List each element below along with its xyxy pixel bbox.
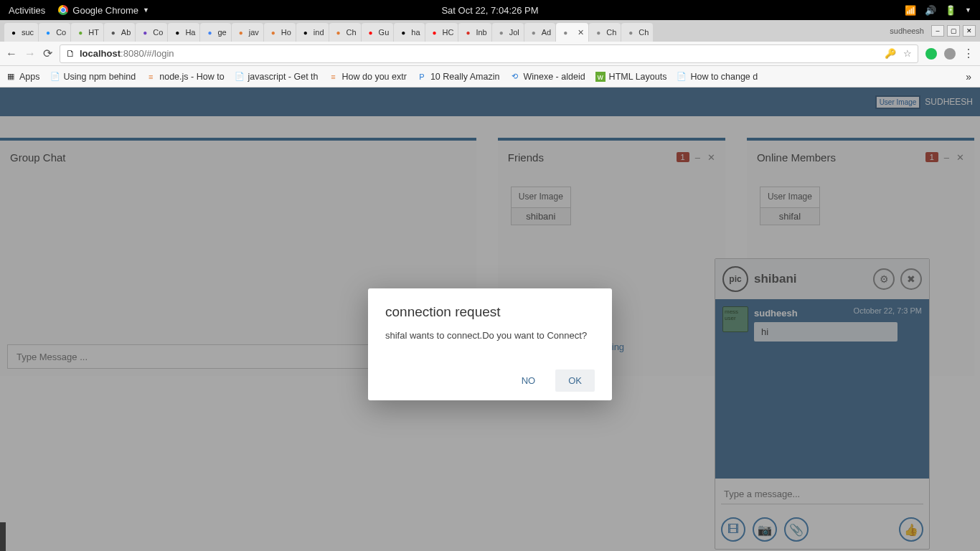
chrome-tab-strip: ●suc●Co●HT●Ab●Co●Ha●ge●jav●Ho●ind●Ch●Gu●…	[0, 20, 980, 42]
dialog-title: connection request	[385, 304, 595, 320]
site-icon: ⟲	[509, 72, 519, 82]
chrome-menu-button[interactable]: ⋮	[963, 47, 974, 60]
browser-tab[interactable]: ●HC	[425, 23, 458, 42]
tab-label: Ab	[121, 28, 131, 37]
browser-tab[interactable]: ●Jol	[492, 23, 524, 42]
active-app[interactable]: Google Chrome ▼	[58, 5, 149, 16]
browser-tab[interactable]: ●Co	[136, 23, 167, 42]
browser-tab[interactable]: ●HT	[71, 23, 103, 42]
dialog-body: shifal wants to connect.Do you want to C…	[385, 330, 595, 341]
active-app-label: Google Chrome	[72, 5, 138, 16]
browser-tab[interactable]: ●Ch	[621, 23, 653, 42]
clock[interactable]: Sat Oct 22, 7:04:26 PM	[441, 5, 538, 16]
bookmark-item[interactable]: P10 Really Amazin	[417, 72, 500, 82]
tab-label: Inb	[476, 28, 486, 37]
connection-request-dialog: connection request shifal wants to conne…	[368, 288, 612, 400]
url-path: /#/login	[144, 48, 174, 59]
tab-label: Ad	[542, 28, 551, 37]
browser-tab[interactable]: ●jav	[232, 23, 263, 42]
address-bar[interactable]: 🗋 localhost:8080/#/login 🔑 ☆	[60, 44, 918, 63]
key-icon[interactable]: 🔑	[885, 48, 896, 59]
bookmark-star-icon[interactable]: ☆	[903, 48, 912, 59]
stackoverflow-icon: ≡	[146, 72, 156, 82]
app-viewport: User Image SUDHEESH Group Chat Friends 1…	[0, 88, 980, 551]
browser-tab[interactable]: ●Ho	[264, 23, 296, 42]
back-button[interactable]: ←	[6, 47, 17, 60]
chrome-toolbar: ← → ⟳ 🗋 localhost:8080/#/login 🔑 ☆ ⋮	[0, 42, 980, 66]
site-icon: P	[417, 72, 427, 82]
extension-icon-2[interactable]	[944, 48, 956, 60]
tab-label: Ch	[639, 28, 649, 37]
bookmark-label: Using npm behind	[64, 72, 136, 82]
browser-tab[interactable]: ●Ch	[589, 23, 621, 42]
activities-button[interactable]: Activities	[9, 5, 45, 16]
tab-label: Ch	[347, 28, 357, 37]
tab-label: Co	[153, 28, 163, 37]
browser-tab[interactable]: ●✕	[556, 23, 588, 42]
bookmark-item[interactable]: ⟲Winexe - aldeid	[509, 72, 585, 82]
chrome-profile[interactable]: sudheesh	[885, 25, 928, 37]
tab-label: jav	[249, 28, 259, 37]
bookmark-item[interactable]: 📄How to change d	[677, 72, 758, 82]
bookmark-item[interactable]: 📄javascript - Get th	[235, 72, 319, 82]
apps-button[interactable]: ▦Apps	[6, 72, 40, 82]
tab-label: Ch	[606, 28, 616, 37]
page-icon: 🗋	[66, 48, 75, 59]
browser-tab[interactable]: ●Inb	[458, 23, 491, 42]
page-icon: 📄	[50, 72, 60, 82]
page-icon: 📄	[677, 72, 687, 82]
chevron-down-icon: ▼	[143, 6, 149, 14]
window-close-button[interactable]: ✕	[963, 25, 976, 37]
bookmark-item[interactable]: ≡How do you extr	[329, 72, 407, 82]
extension-icon-1[interactable]	[925, 48, 937, 60]
bookmark-label: Apps	[19, 72, 40, 82]
browser-tab[interactable]: ●Co	[39, 23, 70, 42]
url-host: localhost	[80, 48, 121, 59]
tab-label: Gu	[379, 28, 390, 37]
browser-tab[interactable]: ●Ha	[168, 23, 199, 42]
bookmark-item[interactable]: wHTML Layouts	[595, 72, 667, 82]
reload-button[interactable]: ⟳	[43, 47, 52, 60]
window-maximize-button[interactable]: ▢	[947, 25, 960, 37]
volume-icon[interactable]: 🔊	[925, 5, 936, 16]
browser-tab[interactable]: ●Ad	[524, 23, 555, 42]
site-icon: w	[595, 72, 606, 82]
wifi-icon[interactable]: 📶	[905, 5, 916, 16]
tab-label: HC	[443, 28, 454, 37]
apps-icon: ▦	[6, 72, 16, 82]
os-top-bar: Activities Google Chrome ▼ Sat Oct 22, 7…	[0, 0, 980, 20]
browser-tab[interactable]: ●Gu	[362, 23, 394, 42]
system-menu-chevron-icon[interactable]: ▼	[965, 6, 971, 14]
page-icon: 📄	[235, 72, 245, 82]
browser-tab[interactable]: ●ha	[394, 23, 424, 42]
stackoverflow-icon: ≡	[329, 72, 339, 82]
battery-icon[interactable]: 🔋	[945, 5, 956, 16]
window-minimize-button[interactable]: –	[931, 25, 944, 37]
tab-close-icon[interactable]: ✕	[578, 28, 584, 37]
tab-label: ge	[217, 28, 226, 37]
tab-label: Jol	[509, 28, 519, 37]
bookmarks-bar: ▦Apps 📄Using npm behind ≡node.js - How t…	[0, 66, 980, 88]
tab-label: suc	[22, 28, 34, 37]
tab-label: ind	[314, 28, 324, 37]
dialog-ok-button[interactable]: OK	[555, 369, 595, 392]
bookmark-item[interactable]: ≡node.js - How to	[146, 72, 224, 82]
browser-tab[interactable]: ●Ab	[104, 23, 135, 42]
bookmark-item[interactable]: 📄Using npm behind	[50, 72, 136, 82]
tab-label: Co	[56, 28, 66, 37]
dialog-no-button[interactable]: NO	[509, 369, 549, 392]
chrome-icon	[58, 5, 68, 15]
browser-tab[interactable]: ●ge	[200, 23, 230, 42]
browser-tab[interactable]: ●ind	[296, 23, 329, 42]
url-port: :8080	[121, 48, 144, 59]
tab-label: HT	[88, 28, 99, 37]
bookmarks-overflow-button[interactable]: »	[966, 71, 974, 83]
browser-tab[interactable]: ●suc	[4, 23, 38, 42]
bookmark-label: HTML Layouts	[609, 72, 667, 82]
browser-tab[interactable]: ●Ch	[329, 23, 361, 42]
forward-button[interactable]: →	[24, 47, 36, 60]
tab-label: Ha	[185, 28, 195, 37]
bookmark-label: 10 Really Amazin	[430, 72, 500, 82]
bookmark-label: node.js - How to	[159, 72, 224, 82]
tab-label: ha	[411, 28, 420, 37]
